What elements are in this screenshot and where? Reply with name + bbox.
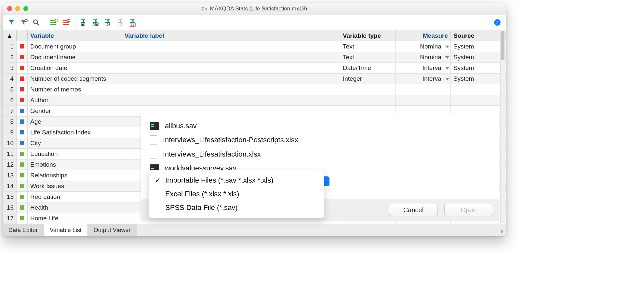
chevron-down-icon[interactable]: [445, 67, 449, 70]
cell-variable[interactable]: City: [28, 138, 122, 149]
table-row[interactable]: 2Document nameTextNominalSystem: [3, 52, 506, 63]
cell-variable[interactable]: Number of coded segments: [28, 74, 122, 84]
type-date-icon[interactable]: 23: [128, 17, 139, 28]
cell-label[interactable]: [122, 52, 340, 63]
filter-option[interactable]: Excel Files (*.xlsx *.xls): [149, 187, 324, 201]
cell-label[interactable]: [122, 84, 340, 95]
svg-text:1,0: 1,0: [118, 23, 123, 27]
cell-type[interactable]: Date/Time: [340, 63, 396, 74]
row-number: 13: [3, 170, 17, 181]
cell-source[interactable]: System: [451, 52, 506, 63]
table-row[interactable]: 3Creation dateDate/TimeIntervalSystem: [3, 63, 506, 74]
header-variable[interactable]: Variable: [28, 30, 122, 41]
filter-option[interactable]: Importable Files (*.sav *.xlsx *.xls): [149, 173, 324, 187]
color-swatch: [17, 213, 28, 224]
cell-variable[interactable]: Education: [28, 149, 122, 159]
type-number-icon[interactable]: 123: [103, 17, 114, 28]
color-swatch: [17, 202, 28, 213]
cell-variable[interactable]: Author: [28, 95, 122, 106]
svg-text:Σ: Σ: [202, 7, 204, 11]
tab-output-viewer[interactable]: Output Viewer: [88, 224, 137, 236]
cell-type[interactable]: [340, 95, 396, 106]
toolbar: 101 ABC 123 1,0 23 i: [3, 15, 506, 30]
cell-source[interactable]: System: [451, 63, 506, 74]
header-label[interactable]: Variable label: [122, 30, 340, 41]
search-icon[interactable]: [31, 17, 42, 28]
type-binary-icon[interactable]: 101: [79, 17, 90, 28]
cell-type[interactable]: Integer: [340, 74, 396, 84]
row-number: 10: [3, 138, 17, 149]
filter-option[interactable]: SPSS Data File (*.sav): [149, 201, 324, 214]
cell-label[interactable]: [122, 74, 340, 84]
cell-variable[interactable]: Creation date: [28, 63, 122, 74]
chevron-down-icon[interactable]: [445, 46, 449, 48]
svg-text:23: 23: [131, 23, 134, 26]
cell-label[interactable]: [122, 63, 340, 74]
cell-source[interactable]: System: [451, 74, 506, 84]
header-color[interactable]: [17, 30, 28, 41]
cell-source[interactable]: System: [451, 41, 506, 52]
cell-variable[interactable]: Life Satisfaction Index: [28, 127, 122, 138]
header-type[interactable]: Variable type: [340, 30, 396, 41]
cell-variable[interactable]: Home Life: [28, 213, 122, 224]
color-swatch: [17, 63, 28, 74]
filter-remove-icon[interactable]: [18, 17, 29, 28]
table-row[interactable]: 6Author: [3, 95, 506, 106]
cell-source[interactable]: [451, 95, 506, 106]
filter-combo-arrow-icon[interactable]: [324, 176, 329, 186]
cell-source[interactable]: [451, 84, 506, 95]
file-row[interactable]: allbus.sav: [150, 119, 492, 133]
cell-measure[interactable]: Interval: [396, 74, 451, 84]
row-add-icon[interactable]: [48, 17, 60, 28]
table-row[interactable]: 5Number of memos: [3, 84, 506, 95]
cell-variable[interactable]: Age: [28, 117, 122, 127]
cell-measure[interactable]: [396, 95, 451, 106]
type-text-icon[interactable]: ABC: [91, 17, 102, 28]
header-measure[interactable]: Measure: [396, 30, 451, 41]
file-open-dialog: allbus.savInterviews_Lifesatisfaction-Po…: [141, 113, 499, 221]
chevron-down-icon[interactable]: [445, 56, 449, 59]
type-decimal-icon[interactable]: 1,0: [116, 17, 127, 28]
table-header-row: ▲ Variable Variable label Variable type …: [3, 30, 506, 41]
vertical-scrollbar[interactable]: [500, 31, 505, 223]
info-icon[interactable]: i: [492, 17, 503, 28]
cell-measure[interactable]: [396, 84, 451, 95]
open-button[interactable]: Open: [444, 204, 493, 216]
file-type-filter-menu[interactable]: Importable Files (*.sav *.xlsx *.xls)Exc…: [149, 170, 324, 218]
color-swatch: [17, 52, 28, 63]
cell-variable[interactable]: Gender: [28, 106, 122, 117]
cell-variable[interactable]: Recreation: [28, 192, 122, 202]
cell-variable[interactable]: Work Issues: [28, 181, 122, 192]
content-area: ▲ Variable Variable label Variable type …: [3, 30, 506, 224]
tab-data-editor[interactable]: Data Editor: [3, 224, 44, 236]
cell-type[interactable]: [340, 84, 396, 95]
dialog-bottom-bar: Importable Files (*.sav *.xlsx *.xls)Exc…: [141, 199, 499, 221]
cell-variable[interactable]: Number of memos: [28, 84, 122, 95]
filter-icon[interactable]: [6, 17, 17, 28]
cell-variable[interactable]: Emotions: [28, 159, 122, 170]
row-number: 15: [3, 192, 17, 202]
chevron-down-icon[interactable]: [445, 78, 449, 80]
file-row[interactable]: Interviews_Lifesatisfaction.xlsx: [150, 147, 492, 161]
file-list: allbus.savInterviews_Lifesatisfaction-Po…: [141, 113, 499, 178]
cell-measure[interactable]: Nominal: [396, 41, 451, 52]
table-row[interactable]: 4Number of coded segmentsIntegerInterval…: [3, 74, 506, 84]
cell-label[interactable]: [122, 95, 340, 106]
cell-type[interactable]: Text: [340, 52, 396, 63]
table-row[interactable]: 1Document groupTextNominalSystem: [3, 41, 506, 52]
tab-variable-list[interactable]: Variable List: [44, 224, 88, 236]
row-number: 1: [3, 41, 17, 52]
cell-label[interactable]: [122, 41, 340, 52]
cell-measure[interactable]: Nominal: [396, 52, 451, 63]
cell-measure[interactable]: Interval: [396, 63, 451, 74]
cancel-button[interactable]: Cancel: [389, 204, 438, 216]
cell-variable[interactable]: Relationships: [28, 170, 122, 181]
file-row[interactable]: Interviews_Lifesatisfaction-Postscripts.…: [150, 133, 492, 147]
header-source[interactable]: Source: [451, 30, 506, 41]
cell-type[interactable]: Text: [340, 41, 396, 52]
header-rownum[interactable]: ▲: [3, 30, 17, 41]
cell-variable[interactable]: Health: [28, 202, 122, 213]
cell-variable[interactable]: Document name: [28, 52, 122, 63]
cell-variable[interactable]: Document group: [28, 41, 122, 52]
row-remove-icon[interactable]: [61, 17, 72, 28]
